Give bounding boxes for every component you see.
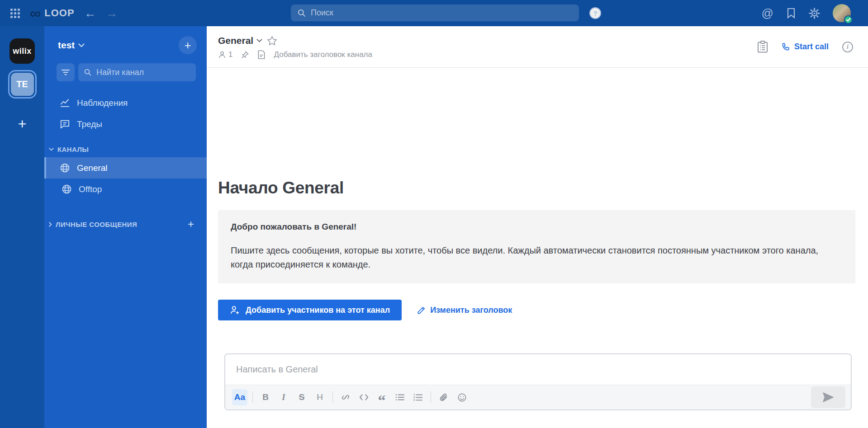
toolbar-divider: [431, 391, 431, 403]
channel-intro-title: Начало General: [218, 179, 855, 198]
history-forward-icon[interactable]: →: [106, 7, 118, 19]
channel-header-placeholder[interactable]: Добавить заголовок канала: [274, 50, 372, 59]
channel-header: General 1: [207, 26, 868, 68]
product-logo: ∞ LOOP: [30, 5, 75, 21]
member-icon: [218, 51, 226, 59]
add-team-button[interactable]: +: [18, 117, 27, 131]
edit-header-button[interactable]: Изменить заголовок: [417, 306, 512, 315]
message-square-icon: [60, 119, 70, 129]
quote-icon[interactable]: “: [374, 389, 389, 405]
product-name: LOOP: [44, 7, 74, 19]
channel-title: General: [218, 35, 253, 46]
welcome-body: Пишите здесь сообщения, которые вы хотит…: [231, 244, 843, 272]
channel-menu-button[interactable]: General: [218, 35, 262, 46]
sidebar-item-insights[interactable]: Наблюдения: [44, 92, 207, 113]
bold-button[interactable]: B: [258, 389, 273, 405]
bulleted-list-icon[interactable]: [392, 389, 408, 405]
chevron-down-icon: [49, 148, 54, 151]
start-call-button[interactable]: Start call: [782, 42, 829, 52]
italic-button[interactable]: I: [276, 389, 291, 405]
channel-item-offtop[interactable]: Offtop: [44, 179, 207, 200]
add-channel-button[interactable]: +: [179, 36, 197, 54]
edit-header-label: Изменить заголовок: [430, 306, 512, 315]
search-input[interactable]: [311, 8, 573, 18]
message-input[interactable]: [236, 364, 840, 375]
app-grid-icon[interactable]: [10, 9, 20, 18]
search-icon: [84, 68, 92, 76]
sidebar-item-threads[interactable]: Треды: [44, 113, 207, 135]
saved-posts-icon[interactable]: [786, 8, 796, 19]
toolbar-divider: [332, 391, 333, 403]
channel-item-general[interactable]: General: [44, 157, 207, 179]
channel-label: General: [77, 163, 108, 173]
add-members-button[interactable]: Добавить участников на этот канал: [218, 300, 402, 320]
channel-files-icon[interactable]: [257, 50, 266, 59]
link-icon[interactable]: [338, 389, 353, 405]
chevron-right-icon: [49, 222, 52, 227]
team-te-label: TE: [16, 79, 28, 89]
channel-sidebar: test + Наблюдения: [44, 26, 207, 428]
channel-label: Offtop: [79, 184, 102, 194]
team-sidebar: wilix TE +: [0, 26, 44, 428]
strikethrough-button[interactable]: S: [294, 389, 309, 405]
loop-infinity-icon: ∞: [30, 5, 41, 21]
team-item-te-selected[interactable]: TE: [8, 70, 37, 99]
user-avatar[interactable]: [833, 4, 851, 22]
search-icon: [297, 9, 306, 18]
category-label: КАНАЛЫ: [57, 146, 89, 153]
category-channels[interactable]: КАНАЛЫ: [44, 141, 207, 157]
channel-filter-icon[interactable]: [57, 63, 75, 81]
globe-icon: [60, 163, 70, 173]
toolbar-divider: [252, 391, 253, 403]
message-composer: Aa B I S H “: [224, 353, 852, 410]
add-direct-message-button[interactable]: +: [188, 218, 194, 230]
phone-icon: [782, 42, 790, 51]
global-search[interactable]: [291, 5, 579, 21]
channel-content: Начало General Добро пожаловать в Genera…: [207, 68, 868, 428]
heading-button[interactable]: H: [312, 389, 327, 405]
send-message-button[interactable]: [811, 386, 845, 408]
team-menu-button[interactable]: test: [58, 40, 85, 51]
pinned-posts-icon[interactable]: [241, 51, 249, 59]
main-panel: General 1: [207, 26, 868, 428]
send-icon: [822, 392, 834, 403]
favorite-star-icon[interactable]: [267, 36, 277, 46]
chevron-down-icon: [256, 39, 262, 42]
category-label: ЛИЧНЫЕ СООБЩЕНИЯ: [56, 221, 137, 228]
channel-search[interactable]: [78, 63, 196, 81]
sidebar-item-label: Треды: [77, 119, 102, 129]
pencil-icon: [417, 306, 426, 315]
settings-gear-icon[interactable]: [809, 8, 820, 19]
welcome-box: Добро пожаловать в General! Пишите здесь…: [218, 210, 855, 283]
channel-search-input[interactable]: [96, 68, 190, 77]
history-back-icon[interactable]: ←: [85, 7, 96, 19]
sidebar-item-label: Наблюдения: [77, 98, 128, 108]
channel-info-icon[interactable]: i: [842, 42, 853, 52]
code-icon[interactable]: [356, 389, 371, 405]
attachment-icon[interactable]: [436, 389, 451, 405]
online-status-icon: [844, 15, 853, 24]
show-formatting-button[interactable]: Aa: [232, 389, 247, 405]
tasks-clipboard-icon[interactable]: [757, 41, 768, 53]
help-icon[interactable]: ?: [589, 7, 601, 19]
svg-text:3: 3: [413, 399, 415, 401]
team-name: test: [58, 40, 75, 51]
team-wilix-label: wilix: [13, 47, 32, 56]
welcome-title: Добро пожаловать в General!: [231, 222, 843, 232]
top-bar: ∞ LOOP ← → ? @: [0, 0, 868, 26]
person-plus-icon: [230, 305, 240, 315]
member-count: 1: [228, 50, 232, 59]
formatting-toolbar: Aa B I S H “: [225, 385, 851, 409]
start-call-label: Start call: [794, 42, 829, 52]
category-direct-messages[interactable]: ЛИЧНЫЕ СООБЩЕНИЯ +: [44, 216, 207, 232]
team-item-wilix[interactable]: wilix: [9, 38, 35, 64]
globe-icon: [62, 184, 72, 194]
channel-members-button[interactable]: 1: [218, 50, 232, 59]
line-chart-icon: [60, 98, 70, 108]
emoji-icon[interactable]: [454, 389, 470, 405]
chevron-down-icon: [78, 43, 85, 47]
mentions-icon[interactable]: @: [762, 7, 773, 19]
numbered-list-icon[interactable]: 123: [410, 389, 426, 405]
add-members-label: Добавить участников на этот канал: [246, 306, 390, 315]
